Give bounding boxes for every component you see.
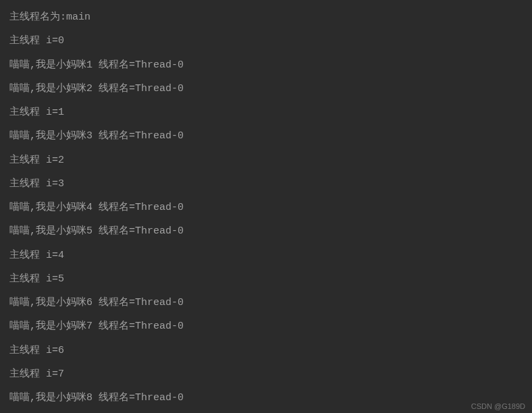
watermark-text: CSDN @G189D	[471, 403, 525, 410]
console-line: 主线程名为:main	[9, 5, 523, 29]
console-line: 喵喵,我是小妈咪6 线程名=Thread-0	[9, 291, 523, 314]
console-output: 主线程名为:main 主线程 i=0 喵喵,我是小妈咪1 线程名=Thread-…	[9, 5, 523, 410]
console-line: 喵喵,我是小妈咪7 线程名=Thread-0	[9, 314, 523, 338]
console-line: 主线程 i=0	[9, 29, 523, 53]
console-line: 主线程 i=4	[9, 244, 523, 267]
console-line: 主线程 i=3	[9, 172, 523, 196]
console-line: 喵喵,我是小妈咪3 线程名=Thread-0	[9, 124, 523, 148]
console-line: 主线程 i=7	[9, 362, 523, 386]
console-line: 喵喵,我是小妈咪5 线程名=Thread-0	[9, 219, 523, 243]
console-line: 喵喵,我是小妈咪1 线程名=Thread-0	[9, 53, 523, 77]
console-line: 喵喵,我是小妈咪4 线程名=Thread-0	[9, 196, 523, 219]
console-line: 喵喵,我是小妈咪2 线程名=Thread-0	[9, 77, 523, 101]
console-line: 主线程 i=2	[9, 148, 523, 172]
console-line: 主线程 i=6	[9, 339, 523, 362]
console-line: 主线程 i=1	[9, 101, 523, 124]
console-line: 主线程 i=5	[9, 267, 523, 291]
console-line: 喵喵,我是小妈咪8 线程名=Thread-0	[9, 386, 523, 410]
